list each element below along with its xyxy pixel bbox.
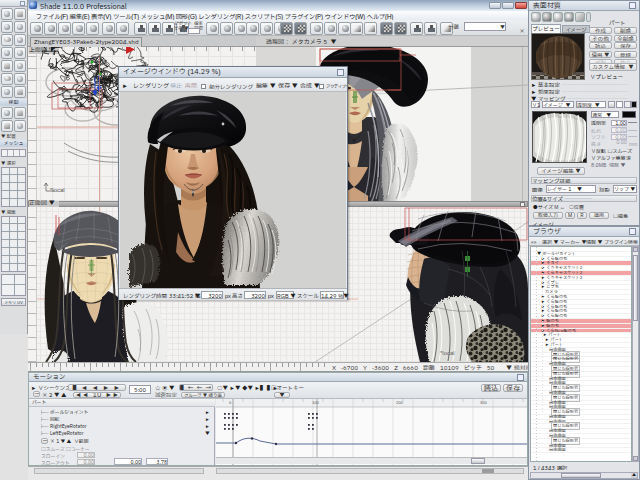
svg-text:*local: *local [440,350,455,356]
svg-text:300: 300 [480,400,487,405]
svg-text:200: 200 [396,400,403,405]
svg-text:*local: *local [50,187,65,193]
svg-text:100: 100 [312,400,319,405]
